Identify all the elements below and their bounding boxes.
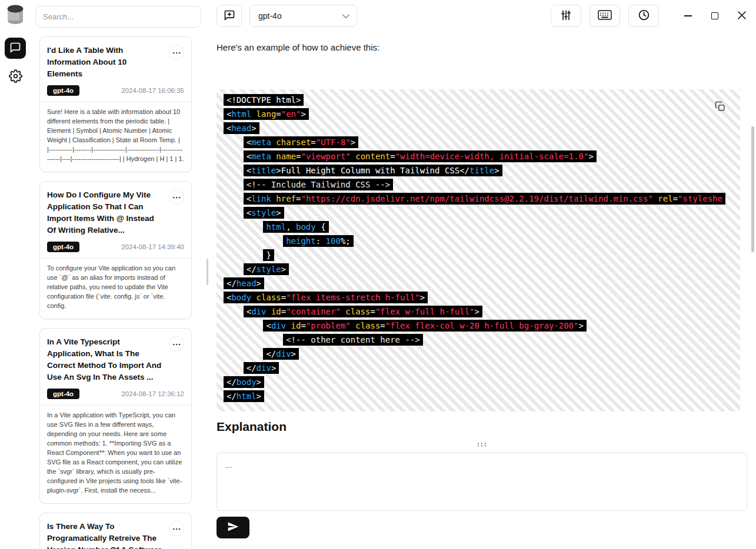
code-token xyxy=(286,321,291,330)
main-header: gpt-4o xyxy=(217,5,751,27)
gear-icon xyxy=(9,69,22,85)
code-token xyxy=(266,307,271,316)
conversation-menu-button[interactable]: ⋯ xyxy=(169,189,184,205)
code-line: <div id="container" class="flex w-full h… xyxy=(224,304,740,319)
code-token: > xyxy=(588,152,593,161)
model-selector[interactable]: gpt-4o xyxy=(249,5,357,27)
code-line: </style> xyxy=(224,262,740,276)
code-token xyxy=(251,293,256,302)
code-token: > xyxy=(271,363,276,373)
code-token: html xyxy=(266,222,286,232)
conversation-timestamp: 2024-08-17 16:06:35 xyxy=(121,87,184,94)
code-token: < xyxy=(247,307,251,316)
code-token: </ xyxy=(227,279,237,288)
close-button[interactable] xyxy=(733,7,751,25)
code-token: } xyxy=(266,250,271,260)
code-line: </body> xyxy=(224,375,740,389)
maximize-button[interactable] xyxy=(706,7,724,25)
code-line: </html> xyxy=(224,389,740,403)
code-line: </div> xyxy=(224,361,740,375)
card-divider xyxy=(40,258,191,259)
conversation-menu-button[interactable]: ⋯ xyxy=(169,45,184,60)
code-token: meta xyxy=(251,138,271,147)
code-token: , xyxy=(286,222,296,232)
card-divider xyxy=(40,102,191,102)
code-token: > xyxy=(257,279,261,288)
code-chip: <div id="container" class="flex w-full h… xyxy=(244,306,482,317)
conversation-card[interactable]: Is There A Way To Programatically Retrei… xyxy=(39,513,192,549)
search-box xyxy=(35,6,201,28)
conversation-card[interactable]: In A Vite Typescript Application, What I… xyxy=(39,328,192,504)
composer-resize-handle[interactable] xyxy=(476,441,488,448)
code-token: "problem" xyxy=(306,321,351,330)
code-indent xyxy=(224,208,244,217)
code-line: html, body { xyxy=(224,220,740,234)
code-chip: </body> xyxy=(224,376,264,388)
code-chip: <link href="https://cdn.jsdelivr.net/npm… xyxy=(244,193,725,205)
sidebar-item-chats[interactable] xyxy=(5,38,26,59)
code-token: name xyxy=(276,152,296,161)
code-token: { xyxy=(316,222,326,232)
conversation-timestamp: 2024-08-17 12:36:12 xyxy=(121,390,184,397)
code-token: = xyxy=(371,307,375,316)
history-button[interactable] xyxy=(628,5,659,27)
conversation-menu-button[interactable]: ⋯ xyxy=(169,336,184,352)
keyboard-shortcuts-button[interactable] xyxy=(590,5,620,27)
chat-bubble-plus-icon xyxy=(224,9,235,23)
code-token: lang xyxy=(257,109,277,119)
conversation-card-head: Is There A Way To Programatically Retrei… xyxy=(47,521,184,549)
code-chip: <!-- other content here --> xyxy=(283,334,423,346)
code-token: > xyxy=(579,321,584,330)
message-input[interactable] xyxy=(217,453,747,511)
copy-code-button[interactable] xyxy=(713,100,727,114)
code-token: "https://cdn.jsdelivr.net/npm/tailwindcs… xyxy=(301,194,652,203)
code-token xyxy=(351,152,355,161)
code-indent xyxy=(224,222,263,232)
code-token: = xyxy=(311,138,315,147)
conversation-meta: gpt-4o2024-08-17 14:39:40 xyxy=(47,242,184,252)
model-badge: gpt-4o xyxy=(47,85,79,96)
code-indent xyxy=(224,194,244,203)
code-chip: } xyxy=(263,249,274,261)
code-chip: </div> xyxy=(244,362,279,374)
code-indent xyxy=(224,250,263,260)
code-line: <link href="https://cdn.jsdelivr.net/npm… xyxy=(224,192,740,206)
code-indent xyxy=(224,180,244,189)
code-line: height: 100%; xyxy=(224,234,740,248)
code-token: = xyxy=(673,194,678,203)
conversation-meta: gpt-4o2024-08-17 12:36:12 xyxy=(47,389,184,399)
conversation-meta: gpt-4o2024-08-17 16:06:35 xyxy=(47,85,184,96)
code-token: html xyxy=(237,391,257,401)
code-line: </head> xyxy=(224,276,740,290)
code-token: "flex items-stretch h-full" xyxy=(286,293,420,302)
code-token: > xyxy=(351,138,355,147)
code-token: > xyxy=(276,208,281,217)
assistant-message-text: Here's an example of how to achieve this… xyxy=(217,42,379,52)
code-token: : xyxy=(316,236,326,246)
code-token: class xyxy=(345,307,370,316)
code-indent xyxy=(224,321,263,330)
new-chat-button[interactable] xyxy=(217,5,242,27)
send-button[interactable] xyxy=(217,517,249,538)
code-chip: <meta name="viewport" content="width=dev… xyxy=(244,150,597,162)
code-token: < xyxy=(247,152,251,161)
code-token xyxy=(351,321,355,330)
code-token: <!DOCTYPE html> xyxy=(227,95,301,105)
sliders-settings-button[interactable] xyxy=(551,5,581,27)
main-scrollbar[interactable] xyxy=(751,126,754,252)
conversation-menu-button[interactable]: ⋯ xyxy=(169,521,184,536)
minimize-button[interactable] xyxy=(679,7,697,25)
model-selector-value: gpt-4o xyxy=(258,11,282,21)
conversation-card[interactable]: How Do I Configure My Vite Application S… xyxy=(39,181,192,319)
code-token: > xyxy=(281,265,286,274)
code-token: "en" xyxy=(281,109,301,119)
code-token: title xyxy=(469,166,494,175)
code-token: div xyxy=(251,307,266,316)
code-chip: <!DOCTYPE html> xyxy=(224,94,304,106)
settings-button[interactable] xyxy=(5,67,25,87)
conversation-card[interactable]: I'd Like A Table With Information About … xyxy=(39,36,192,172)
code-indent xyxy=(224,138,244,147)
code-line: <style> xyxy=(224,206,740,220)
code-token: = xyxy=(281,307,286,316)
search-input[interactable] xyxy=(43,12,194,21)
